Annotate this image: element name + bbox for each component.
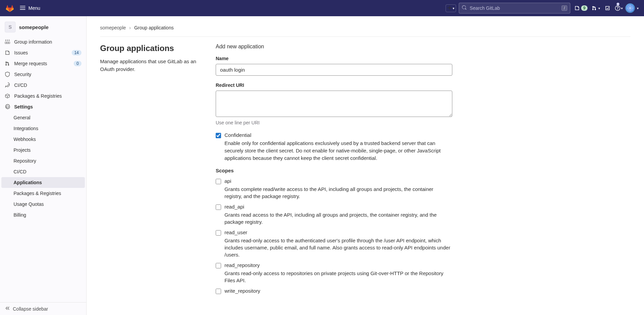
sidebar-item-label: Security [14,72,31,77]
group-header[interactable]: S somepeople [0,19,86,37]
group-name: somepeople [19,24,49,30]
sidebar-item-issues[interactable]: Issues 14 [0,47,86,58]
rocket-icon [5,82,10,88]
sidebar-item-cicd[interactable]: CI/CD [0,80,86,91]
gitlab-logo-icon[interactable] [5,4,14,13]
scopes-title: Scopes [216,168,452,173]
sidebar-sub-general[interactable]: General [0,112,86,123]
sidebar-item-label: Settings [14,104,33,110]
chevron-down-icon: ▾ [621,6,623,10]
main-content: somepeople › Group applications Group ap… [87,16,644,315]
user-avatar [625,3,635,13]
user-menu[interactable]: ▾ [625,3,639,13]
scope-desc: Grants read-only access to the authentic… [224,237,452,258]
scope-row-read-repository: read_repository [216,262,452,268]
package-icon [5,93,10,99]
search-input[interactable] [470,5,559,11]
scope-row-write-repository: write_repository [216,288,452,294]
top-navbar: Menu ▾ / 9 ▾ ▾ ▾ [0,0,644,16]
svg-point-5 [5,40,6,41]
sidebar-sub-webhooks[interactable]: Webhooks [0,134,86,145]
plus-icon [447,5,452,11]
scope-row-api: api [216,178,452,184]
sidebar-item-label: Issues [14,50,28,55]
confidential-checkbox[interactable] [216,133,221,138]
issues-count-badge: 9 [581,5,588,11]
shield-icon [5,72,10,77]
page-title: Group applications [100,44,205,53]
sidebar-sub-integrations[interactable]: Integrations [0,123,86,134]
redirect-uri-label: Redirect URI [216,82,452,88]
scope-checkbox-read-api[interactable] [216,204,221,210]
svg-point-6 [7,40,8,41]
search-bar[interactable]: / [459,3,570,14]
confidential-row: Confidential [216,132,452,138]
issues-icon [5,50,10,55]
gear-icon [5,104,10,110]
sidebar-sub-repository[interactable]: Repository [0,155,86,166]
scope-name[interactable]: read_repository [224,262,260,268]
breadcrumb: somepeople › Group applications [100,22,630,37]
confidential-description: Enable only for confidential application… [224,140,452,162]
sidebar-sub-usage-quotas[interactable]: Usage Quotas [0,199,86,210]
sidebar-item-settings[interactable]: Settings [0,101,86,112]
confidential-label[interactable]: Confidential [224,132,251,138]
chevron-down-icon: ▾ [637,6,639,10]
sidebar-sub-packages[interactable]: Packages & Registries [0,188,86,199]
sidebar-item-security[interactable]: Security [0,69,86,80]
scope-checkbox-api[interactable] [216,179,221,184]
merge-requests-shortcut[interactable]: ▾ [592,3,600,13]
menu-label: Menu [28,5,40,11]
sidebar-item-group-information[interactable]: Group information [0,37,86,47]
sidebar-item-packages[interactable]: Packages & Registries [0,91,86,101]
sidebar-sub-cicd[interactable]: CI/CD [0,166,86,177]
left-sidebar: S somepeople Group information Issues 14… [0,16,87,315]
scope-name[interactable]: read_api [224,204,244,210]
new-dropdown[interactable]: ▾ [446,4,456,12]
info-icon [5,39,10,45]
scope-name[interactable]: api [224,178,231,184]
collapse-sidebar-button[interactable]: Collapse sidebar [0,302,86,315]
search-icon [462,5,467,11]
breadcrumb-current: Group applications [134,25,174,30]
hamburger-icon [20,5,26,12]
scope-desc: Grants complete read/write access to the… [224,186,452,200]
sidebar-sub-billing[interactable]: Billing [0,210,86,220]
group-avatar: S [5,22,16,32]
scope-checkbox-read-user[interactable] [216,230,221,236]
collapse-icon [5,306,9,312]
sidebar-item-merge-requests[interactable]: Merge requests 0 [0,58,86,69]
scope-row-read-api: read_api [216,204,452,210]
scope-checkbox-write-repository[interactable] [216,289,221,294]
menu-button[interactable]: Menu [17,3,43,14]
sidebar-sub-applications[interactable]: Applications [1,177,85,188]
scope-desc: Grants read-only access to repositories … [224,270,452,284]
sidebar-item-label: Group information [14,39,52,45]
issues-shortcut[interactable]: 9 [573,3,589,13]
name-label: Name [216,56,452,61]
chevron-right-icon: › [129,25,131,30]
sidebar-item-label: Packages & Registries [14,93,62,99]
redirect-help-text: Use one line per URI [216,120,452,125]
chevron-down-icon: ▾ [453,6,454,10]
help-dropdown[interactable]: ▾ [615,3,623,13]
todos-shortcut[interactable] [603,3,612,13]
collapse-label: Collapse sidebar [13,306,48,312]
notification-dot [617,3,619,5]
sidebar-sub-projects[interactable]: Projects [0,145,86,155]
scope-name[interactable]: read_user [224,229,247,235]
scope-name[interactable]: write_repository [224,288,260,294]
form-section-title: Add new application [216,44,452,50]
page-description: Manage applications that use GitLab as a… [100,58,205,73]
scope-checkbox-read-repository[interactable] [216,263,221,268]
svg-point-7 [9,40,10,41]
merge-request-icon [5,61,10,66]
mr-count: 0 [74,61,81,66]
issues-count: 14 [72,50,81,55]
scope-desc: Grants read access to the API, including… [224,211,452,225]
name-input[interactable] [216,64,452,76]
sidebar-item-label: CI/CD [14,82,27,88]
scope-row-read-user: read_user [216,229,452,236]
redirect-uri-textarea[interactable] [216,91,452,117]
breadcrumb-root[interactable]: somepeople [100,25,126,30]
